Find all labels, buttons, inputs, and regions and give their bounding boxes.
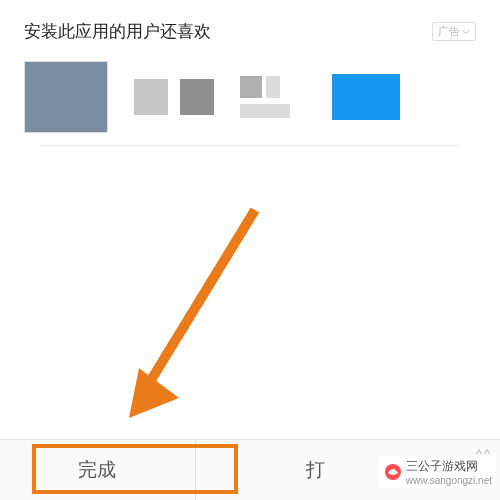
- ad-label: 广告: [438, 24, 460, 39]
- ad-badge[interactable]: 广告: [432, 22, 476, 41]
- recommendations-section: 安装此应用的用户还喜欢 广告: [0, 0, 500, 146]
- watermark-brand: 三公子游戏网: [406, 458, 492, 475]
- watermark: 三公子游戏网 www.sangongzi.net: [380, 456, 496, 488]
- thumb-item[interactable]: [180, 79, 214, 115]
- watermark-url: www.sangongzi.net: [406, 475, 492, 486]
- section-header: 安装此应用的用户还喜欢 广告: [24, 20, 476, 43]
- chevron-down-icon: [462, 28, 470, 36]
- annotation-arrow: [105, 200, 285, 430]
- page-root: 安装此应用的用户还喜欢 广告: [0, 0, 500, 500]
- thumb-item[interactable]: [240, 76, 290, 118]
- watermark-text-wrap: 三公子游戏网 www.sangongzi.net: [406, 458, 492, 486]
- divider: [40, 145, 460, 146]
- recommendation-thumbs: [24, 61, 476, 133]
- thumb-item[interactable]: [332, 74, 400, 120]
- watermark-logo-icon: [384, 463, 402, 481]
- open-button-label: 打: [306, 457, 325, 483]
- thumb-item[interactable]: [24, 61, 108, 133]
- done-button-label: 完成: [78, 457, 116, 483]
- section-title: 安装此应用的用户还喜欢: [24, 20, 211, 43]
- done-button[interactable]: 完成: [0, 440, 195, 500]
- thumb-item[interactable]: [134, 79, 168, 115]
